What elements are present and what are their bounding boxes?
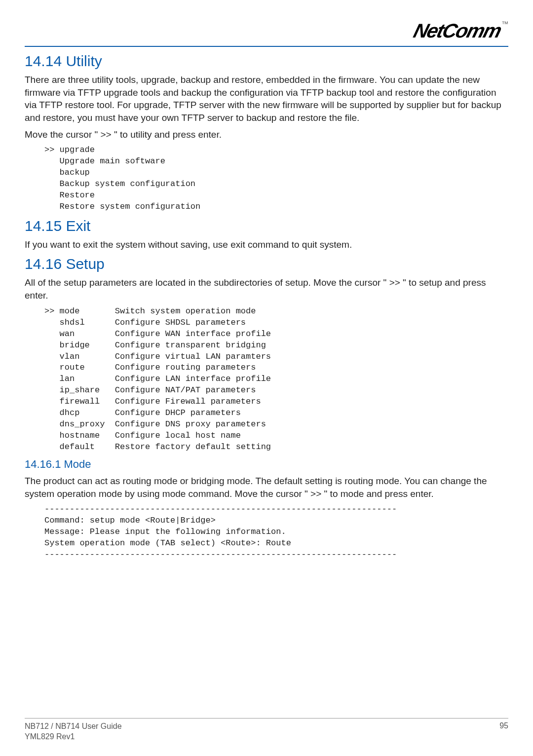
subsection-mode-heading: 14.16.1 Mode: [25, 458, 508, 471]
footer-left: NB712 / NB714 User Guide YML829 Rev1: [25, 721, 122, 742]
utility-paragraph-2: Move the cursor " >> " to utility and pr…: [25, 128, 508, 141]
section-exit-heading: 14.15 Exit: [25, 218, 508, 234]
header-logo-row: NetComm™: [25, 20, 508, 42]
mode-paragraph-1: The product can act as routing mode or b…: [25, 475, 508, 500]
setup-code-block: >> mode Switch system operation mode shd…: [44, 306, 508, 453]
brand-logo: NetComm: [411, 20, 503, 42]
section-utility-heading: 14.14 Utility: [25, 53, 508, 70]
header-rule: [25, 46, 508, 47]
section-setup-heading: 14.16 Setup: [25, 256, 508, 272]
utility-code-block: >> upgrade Upgrade main software backup …: [44, 145, 508, 213]
footer-page-number: 95: [499, 721, 508, 742]
footer-revision: YML829 Rev1: [25, 732, 122, 742]
exit-paragraph-1: If you want to exit the system without s…: [25, 238, 508, 251]
setup-paragraph-1: All of the setup parameters are located …: [25, 276, 508, 302]
utility-paragraph-1: There are three utility tools, upgrade, …: [25, 74, 508, 124]
footer-doc-title: NB712 / NB714 User Guide: [25, 721, 122, 732]
mode-code-block: ----------------------------------------…: [44, 504, 508, 561]
page-footer: NB712 / NB714 User Guide YML829 Rev1 95: [25, 718, 508, 742]
